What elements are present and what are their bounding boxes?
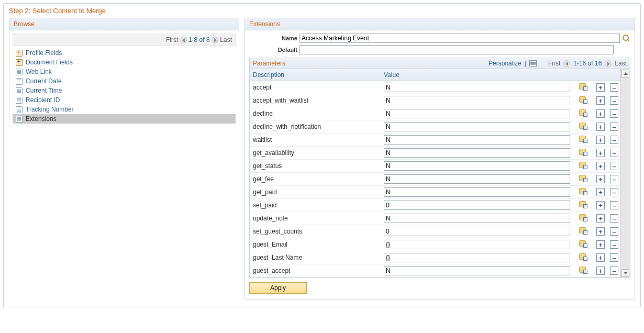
scroll-up-icon[interactable] <box>621 70 629 77</box>
browse-item-label[interactable]: Profile Fields <box>26 49 62 57</box>
add-row-button[interactable]: + <box>596 253 605 262</box>
add-row-button[interactable]: + <box>596 214 605 223</box>
browse-item-label[interactable]: Recipient ID <box>26 96 60 104</box>
param-value-input[interactable] <box>384 187 570 197</box>
remove-row-button[interactable]: – <box>610 188 618 196</box>
add-row-button[interactable]: + <box>596 162 605 170</box>
remove-row-button[interactable]: – <box>610 96 618 105</box>
remove-row-button[interactable]: – <box>610 201 618 209</box>
param-value-input[interactable] <box>384 253 570 262</box>
browse-item-label[interactable]: Document Fields <box>26 59 73 66</box>
browse-item[interactable]: Document Fields <box>13 58 236 67</box>
browse-item-label[interactable]: Current Time <box>26 87 62 94</box>
remove-row-button[interactable]: – <box>610 123 618 131</box>
param-value-input[interactable] <box>384 161 570 171</box>
remove-row-button[interactable]: – <box>610 253 618 262</box>
add-row-button[interactable]: + <box>596 83 605 92</box>
param-value-input[interactable] <box>384 227 570 236</box>
browse-item-label[interactable]: Web Link <box>26 68 52 75</box>
personalize-link[interactable]: Personalize <box>488 60 521 67</box>
browse-item[interactable]: Recipient ID <box>13 95 236 105</box>
browse-prev-icon[interactable] <box>180 37 187 43</box>
add-row-button[interactable]: + <box>596 227 605 236</box>
browse-item[interactable]: Extensions <box>13 114 236 124</box>
table-row: update_note+– <box>250 212 620 225</box>
params-range[interactable]: 1-16 of 16 <box>573 60 602 67</box>
remove-row-button[interactable]: – <box>610 162 618 170</box>
add-row-button[interactable]: + <box>596 123 605 131</box>
scroll-down-icon[interactable] <box>621 269 629 277</box>
table-row: guest_Email+– <box>250 238 620 251</box>
browse-item-label[interactable]: Current Date <box>26 77 62 85</box>
remove-row-button[interactable]: – <box>610 136 618 144</box>
row-lookup-icon[interactable] <box>579 266 587 274</box>
row-lookup-icon[interactable] <box>579 161 587 169</box>
add-row-button[interactable]: + <box>596 267 605 275</box>
row-lookup-icon[interactable] <box>579 187 587 195</box>
add-row-button[interactable]: + <box>596 96 605 105</box>
row-lookup-icon[interactable] <box>579 227 587 235</box>
browse-pager: First 1-8 of 8 Last <box>13 34 236 46</box>
params-prev-icon[interactable] <box>563 60 570 67</box>
document-icon <box>16 97 23 104</box>
remove-row-button[interactable]: – <box>610 240 618 249</box>
add-row-button[interactable]: + <box>596 175 605 183</box>
browse-range[interactable]: 1-8 of 8 <box>188 36 210 43</box>
browse-next-icon[interactable] <box>212 37 218 43</box>
name-lookup-icon[interactable] <box>622 34 630 42</box>
add-row-button[interactable]: + <box>596 136 605 144</box>
param-value-input[interactable] <box>384 174 570 184</box>
row-lookup-icon[interactable] <box>579 148 587 156</box>
row-lookup-icon[interactable] <box>579 253 587 261</box>
param-value-input[interactable] <box>384 83 570 92</box>
browse-item-label[interactable]: Tracking Number <box>26 106 74 113</box>
remove-row-button[interactable]: – <box>610 175 618 183</box>
browse-item[interactable]: Profile Fields <box>13 48 236 58</box>
remove-row-button[interactable]: – <box>610 83 618 92</box>
name-input[interactable] <box>299 34 620 43</box>
row-lookup-icon[interactable] <box>579 135 587 143</box>
apply-button[interactable]: Apply <box>249 282 307 294</box>
param-value-input[interactable] <box>384 266 570 275</box>
add-row-button[interactable]: + <box>596 188 605 196</box>
browse-item-label[interactable]: Extensions <box>26 115 57 123</box>
param-value-input[interactable] <box>384 201 570 210</box>
row-lookup-icon[interactable] <box>579 83 587 91</box>
param-value-input[interactable] <box>384 148 570 158</box>
scrollbar[interactable] <box>620 69 630 278</box>
document-icon <box>16 87 23 94</box>
param-value-input[interactable] <box>384 122 570 131</box>
row-lookup-icon[interactable] <box>579 214 587 221</box>
row-lookup-icon[interactable] <box>579 96 587 104</box>
row-lookup-icon[interactable] <box>579 174 587 182</box>
remove-row-button[interactable]: – <box>610 214 618 223</box>
add-row-button[interactable]: + <box>596 109 605 118</box>
param-value-input[interactable] <box>384 96 570 105</box>
param-value-input[interactable] <box>384 214 570 223</box>
remove-row-button[interactable]: – <box>610 109 618 118</box>
param-value-input[interactable] <box>384 109 570 118</box>
remove-row-button[interactable]: – <box>610 267 618 275</box>
add-row-button[interactable]: + <box>596 149 605 157</box>
params-next-icon[interactable] <box>605 60 612 67</box>
row-lookup-icon[interactable] <box>579 240 587 248</box>
col-value[interactable]: Value <box>381 69 573 81</box>
browse-item[interactable]: Web Link <box>13 67 236 76</box>
extensions-header: Extensions <box>245 18 635 30</box>
row-lookup-icon[interactable] <box>579 109 587 117</box>
remove-row-button[interactable]: – <box>610 227 618 236</box>
col-description[interactable]: Description <box>250 69 381 81</box>
default-input[interactable] <box>299 45 614 54</box>
table-row: decline+– <box>250 107 620 120</box>
grid-view-icon[interactable] <box>529 60 537 66</box>
row-lookup-icon[interactable] <box>579 122 587 130</box>
browse-item[interactable]: Tracking Number <box>13 105 236 114</box>
row-lookup-icon[interactable] <box>579 201 587 208</box>
add-row-button[interactable]: + <box>596 201 605 209</box>
param-value-input[interactable] <box>384 135 570 145</box>
browse-item[interactable]: Current Time <box>13 86 236 95</box>
add-row-button[interactable]: + <box>596 240 605 249</box>
param-value-input[interactable] <box>384 240 570 249</box>
browse-item[interactable]: Current Date <box>13 76 236 86</box>
remove-row-button[interactable]: – <box>610 149 618 157</box>
